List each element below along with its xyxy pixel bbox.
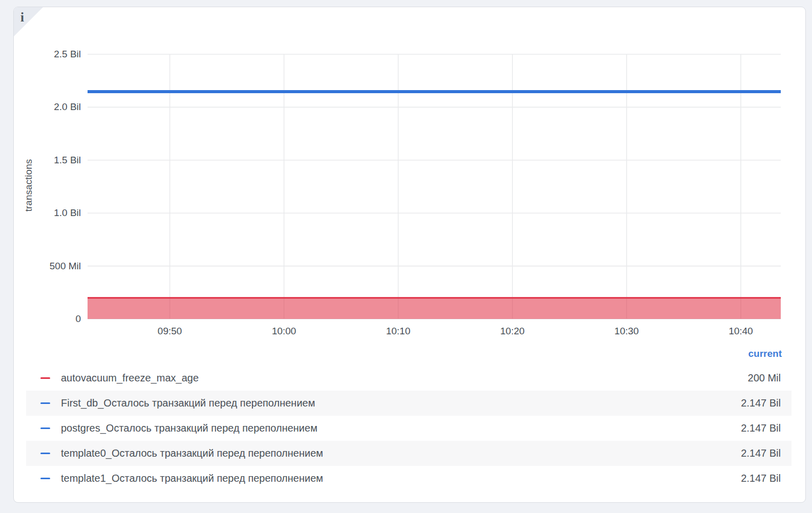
legend-series-marker[interactable] xyxy=(40,377,50,379)
legend-series-marker[interactable] xyxy=(40,453,50,454)
legend-series-name[interactable]: template0_Осталось транзакций перед пере… xyxy=(61,447,323,460)
legend-row[interactable]: postgres_Осталось транзакций перед переп… xyxy=(26,416,792,441)
legend-row[interactable]: template1_Осталось транзакций перед пере… xyxy=(26,466,792,491)
legend-row[interactable]: First_db_Осталось транзакций перед переп… xyxy=(26,391,792,416)
legend-series-current-value: 2.147 Bil xyxy=(741,447,781,460)
y-tick-label: 2.5 Bil xyxy=(19,49,81,60)
y-tick-label: 1.0 Bil xyxy=(19,207,81,219)
legend-series-current-value: 200 Mil xyxy=(748,372,781,384)
legend-series-current-value: 2.147 Bil xyxy=(741,397,781,410)
legend-row[interactable]: autovacuum_freeze_max_age200 Mil xyxy=(26,366,792,391)
y-tick-label: 0 xyxy=(19,313,81,325)
legend-series-current-value: 2.147 Bil xyxy=(741,472,781,485)
legend-series-marker[interactable] xyxy=(40,428,50,429)
x-tick-label: 10:40 xyxy=(710,326,772,337)
legend-series-name[interactable]: First_db_Осталось транзакций перед переп… xyxy=(61,397,315,410)
legend-series-current-value: 2.147 Bil xyxy=(741,422,781,435)
plot-area[interactable] xyxy=(88,54,781,319)
legend-series-name[interactable]: autovacuum_freeze_max_age xyxy=(61,372,199,384)
legend-series-name[interactable]: postgres_Осталось транзакций перед переп… xyxy=(61,422,317,435)
x-tick-label: 10:20 xyxy=(482,326,543,337)
y-tick-label: 1.5 Bil xyxy=(19,155,81,166)
x-tick-label: 10:10 xyxy=(368,326,429,337)
legend-table: autovacuum_freeze_max_age200 MilFirst_db… xyxy=(26,366,792,491)
y-tick-label: 2.0 Bil xyxy=(19,101,81,113)
legend-series-marker[interactable] xyxy=(40,402,50,404)
legend-series-name[interactable]: template1_Осталось транзакций перед пере… xyxy=(61,472,323,485)
legend-header: current xyxy=(26,346,782,364)
info-icon[interactable]: i xyxy=(20,11,24,24)
y-tick-label: 500 Mil xyxy=(19,261,81,272)
x-tick-label: 10:00 xyxy=(253,326,315,337)
x-tick-label: 10:30 xyxy=(596,326,657,337)
legend-series-marker[interactable] xyxy=(40,478,50,479)
grafana-panel: i transactions 0500 Mil1.0 Bil1.5 Bil2.0… xyxy=(13,7,806,503)
series-fill xyxy=(88,298,781,319)
x-tick-label: 09:50 xyxy=(139,326,201,337)
legend-column-current[interactable]: current xyxy=(749,348,782,359)
panel-info-corner[interactable] xyxy=(14,7,43,36)
legend-row[interactable]: template0_Осталось транзакций перед пере… xyxy=(26,441,792,466)
y-axis-title: transactions xyxy=(23,96,36,275)
